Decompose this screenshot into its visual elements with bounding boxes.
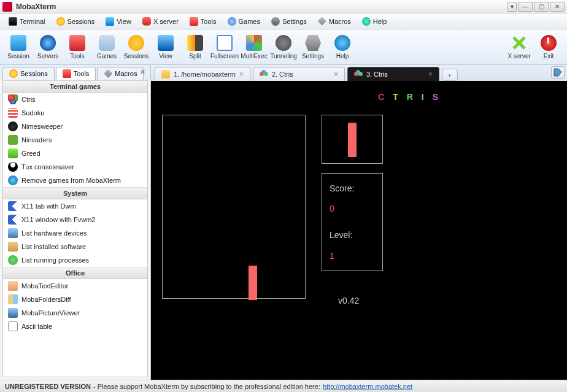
tool-tools[interactable]: Tools (63, 33, 92, 61)
macros-icon (318, 17, 326, 26)
help-icon (362, 17, 371, 26)
category-header[interactable]: Terminal games (3, 80, 147, 93)
sidebar-close-button[interactable]: ✕ (138, 67, 147, 76)
list-item[interactable]: Tux consolesaver (3, 160, 147, 174)
list-item[interactable]: MobaPictureViewer (3, 306, 147, 320)
list-item[interactable]: X11 tab with Dwm (3, 199, 147, 213)
tab-close-icon[interactable]: × (334, 70, 338, 79)
proc-icon (8, 255, 18, 265)
tool-sessions[interactable]: Sessions (122, 33, 151, 61)
tool-fullscreen[interactable]: Fullscreen (210, 33, 239, 61)
view-icon (106, 17, 114, 26)
tux-icon (8, 162, 18, 172)
macros-icon (104, 69, 112, 78)
list-item[interactable]: X11 window with Fvwm2 (3, 213, 147, 226)
greed-icon (8, 148, 18, 158)
tool-multiexec[interactable]: MultiExec (239, 33, 269, 61)
list-item-label: Tux consolesaver (21, 163, 74, 171)
category-header[interactable]: Office (3, 267, 147, 279)
tool-games[interactable]: Games (92, 33, 122, 61)
list-item[interactable]: MobaTextEditor (3, 279, 147, 293)
app-icon (2, 2, 12, 12)
menu-settings[interactable]: Settings (266, 16, 312, 27)
list-item[interactable]: List installed software (3, 240, 147, 253)
list-item-label: Ascii table (21, 323, 52, 330)
list-item[interactable]: Remove games from MobaXterm (3, 174, 147, 187)
games-icon (228, 17, 236, 26)
tool-tunneling[interactable]: Tunneling (269, 33, 298, 61)
list-item-label: Ctris (21, 96, 36, 103)
category-header[interactable]: System (3, 187, 147, 199)
tool-split[interactable]: Split (180, 33, 210, 61)
tool-exit[interactable]: Exit (534, 33, 563, 61)
list-item-label: Greed (21, 150, 40, 157)
list-item-label: Sudoku (21, 109, 44, 117)
tab-tag-button[interactable] (551, 66, 565, 79)
tool-session[interactable]: Session (4, 33, 33, 61)
list-item[interactable]: Ascii table (3, 320, 147, 333)
menu-macros[interactable]: Macros (313, 16, 356, 27)
version-label: v0.42 (338, 296, 359, 306)
ctris-title: CTRIS (378, 92, 447, 102)
maximize-button[interactable]: ▢ (534, 2, 549, 12)
tool-servers[interactable]: Servers (33, 33, 63, 61)
list-item-label: MobaPictureViewer (21, 309, 80, 317)
list-item-label: Ninvaders (21, 136, 52, 144)
tool-view[interactable]: View (151, 33, 180, 61)
terminal-area: 1. /home/mobaxterm× 2. Ctris× 3. Ctris× … (151, 65, 567, 380)
score-box: Score: 0 Level: 1 (322, 173, 383, 271)
list-item[interactable]: List running processes (3, 253, 147, 267)
tools-icon (190, 17, 198, 26)
new-tab-button[interactable]: ＋ (442, 69, 458, 81)
list-item[interactable]: Sudoku (3, 106, 147, 120)
terminal-tab-1[interactable]: 1. /home/mobaxterm× (155, 67, 250, 81)
pic-icon (8, 308, 18, 318)
list-item-label: List running processes (21, 256, 89, 264)
unregistered-label: UNREGISTERED VERSION (5, 383, 91, 390)
menu-xserver[interactable]: X server (137, 16, 183, 27)
tool-settings[interactable]: Settings (298, 33, 328, 61)
tab-close-icon[interactable]: × (239, 70, 244, 79)
folder-icon (161, 70, 170, 79)
list-item[interactable]: Ctris (3, 93, 147, 106)
balls-icon (8, 94, 18, 104)
level-label: Level: (330, 228, 375, 243)
game-board (162, 115, 306, 299)
sidebar-tab-sessions[interactable]: Sessions (2, 67, 55, 80)
list-item[interactable]: List hardware devices (3, 226, 147, 240)
tab-close-icon[interactable]: × (428, 70, 433, 79)
menu-view[interactable]: View (101, 16, 136, 27)
status-link[interactable]: http://mobaxterm.mobatek.net (323, 383, 412, 390)
sidebar-tab-macros[interactable]: Macros (97, 67, 144, 80)
window-menu-button[interactable]: ▾ (507, 2, 517, 12)
terminal-content[interactable]: CTRIS Score: 0 Level: 1 v0.42 (151, 81, 567, 380)
sidebar-tab-tools[interactable]: Tools (56, 67, 96, 80)
title-bar: MobaXterm ▾ — ▢ ✕ (0, 0, 567, 13)
list-item[interactable]: Greed (3, 147, 147, 160)
list-item-label: List installed software (21, 243, 86, 250)
sidebar-body[interactable]: Terminal gamesCtrisSudokuNimesweeperNinv… (2, 80, 148, 377)
menu-help[interactable]: Help (357, 16, 392, 27)
list-item[interactable]: Nimesweeper (3, 120, 147, 133)
level-value: 1 (330, 248, 375, 264)
ctris-icon (260, 70, 268, 79)
tool-xserver[interactable]: X server (504, 33, 534, 61)
list-item-label: List hardware devices (21, 229, 87, 237)
menu-terminal[interactable]: Terminal (4, 16, 50, 27)
menu-games[interactable]: Games (223, 16, 265, 27)
tool-help[interactable]: Help (328, 33, 357, 61)
list-item[interactable]: MobaFoldersDiff (3, 293, 147, 306)
minimize-button[interactable]: — (518, 2, 533, 12)
menu-bar: Terminal Sessions View X server Tools Ga… (0, 13, 567, 29)
menu-sessions[interactable]: Sessions (52, 16, 100, 27)
main-toolbar: Session Servers Tools Games Sessions Vie… (0, 29, 567, 65)
edit-icon (8, 281, 18, 291)
list-item-label: MobaFoldersDiff (21, 296, 71, 303)
list-item-label: X11 window with Fvwm2 (21, 216, 95, 223)
terminal-tab-2[interactable]: 2. Ctris× (253, 67, 345, 81)
list-item[interactable]: Ninvaders (3, 133, 147, 147)
close-button[interactable]: ✕ (550, 2, 565, 12)
menu-tools[interactable]: Tools (185, 16, 222, 27)
terminal-tab-3[interactable]: 3. Ctris× (347, 67, 439, 81)
sidebar: Sessions Tools Macros ✕ Terminal gamesCt… (0, 65, 151, 380)
